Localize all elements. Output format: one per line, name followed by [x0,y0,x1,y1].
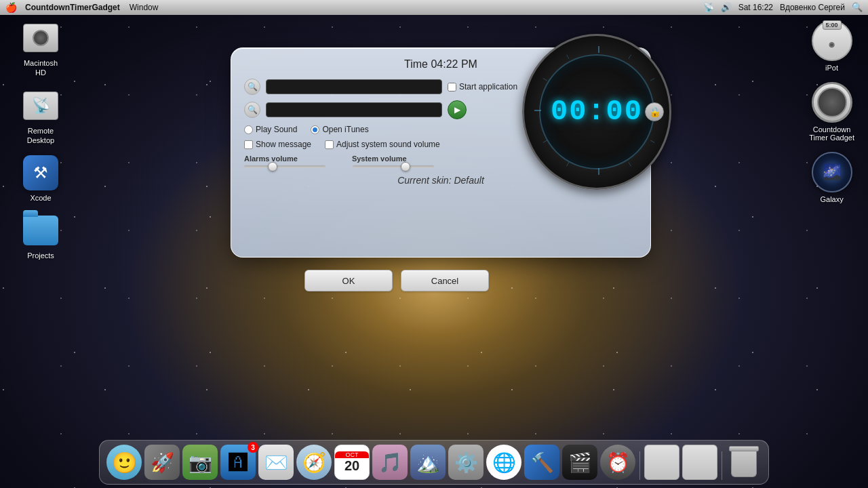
xcode-icon[interactable]: ⚒ Xcode [14,155,68,203]
dock-item-dvd[interactable]: 🎬 [562,445,597,480]
dock-item-calendar[interactable]: OCT 20 [334,445,370,480]
alarms-slider[interactable] [244,165,326,168]
show-message-item: Show message [244,140,311,149]
dock-item-rocket[interactable]: 🚀 [144,445,180,480]
menubar-right: 📡 🔊 Sat 16:22 Вдовенко Сергей 🔍 [703,2,863,12]
galaxy-widget[interactable]: 🌌 Galaxy [809,152,854,203]
dock-item-time-machine[interactable]: ⏰ [600,445,635,480]
dock-item-safari[interactable]: 🧭 [296,445,332,480]
input-row-2: 🔍 ▶ [244,100,637,119]
remote-desktop-icon[interactable]: 📡 RemoteDesktop [14,88,68,146]
system-prefs-icon: ⚙️ [454,451,478,474]
cancel-button[interactable]: Cancel [401,270,489,291]
start-app-label: Start application [459,82,517,92]
dock-item-appstore[interactable]: 🅰 3 [220,445,256,480]
menubar-user: Вдовенко Сергей [780,3,845,12]
svg-line-2 [650,79,654,81]
menubar-time: Sat 16:22 [738,3,773,12]
radio-group: Play Sound Open iTunes [244,125,637,134]
galaxy-inner: 🌌 [823,163,841,181]
desktop-icons-left: MacintoshHD 📡 RemoteDesktop ⚒ Xcode Proj… [14,20,68,261]
ok-button[interactable]: OK [304,270,393,291]
volume-icon: 🔊 [721,2,732,12]
macintosh-hd-icon[interactable]: MacintoshHD [14,20,68,78]
open-itunes-radio[interactable] [311,125,319,134]
ipot-graphic: 5:00 ◉ [812,20,852,61]
ipot-widget[interactable]: 5:00 ◉ iPot [809,20,854,72]
time-display: Time 04:22 PM [244,58,637,70]
settings-dialog: 00:00 🔒 Time 04:22 PM 🔍 Start applicatio… [231,47,651,258]
search-icon-btn-1[interactable]: 🔍 [244,79,260,95]
rocket-icon: 🚀 [151,451,174,474]
dock-item-system-prefs[interactable]: ⚙️ [448,445,484,480]
appstore-icon: 🅰 [229,451,248,474]
countdown-widget-icon[interactable]: CountdownTimer Gadget [809,82,854,142]
xcode-graphic: ⚒ [23,155,58,190]
input-field-1[interactable] [266,79,442,94]
mail-icon: ✉️ [264,451,288,474]
dock-item-chrome[interactable]: 🌐 [486,445,521,480]
search-icon[interactable]: 🔍 [852,2,863,12]
show-message-checkbox[interactable] [244,140,253,149]
adjust-volume-item: Adjust system sound volume [325,140,440,149]
folder-graphic [23,216,58,245]
input-row-1: 🔍 Start application [244,79,637,95]
dock-item-xcode[interactable]: 🔨 [524,445,559,480]
remote-desktop-label: RemoteDesktop [27,126,54,146]
dock: 🙂 🚀 📷 🅰 3 ✉️ 🧭 OCT 20 🎵 [99,440,769,485]
open-itunes-radio-label[interactable]: Open iTunes [311,125,368,134]
alarms-slider-container [244,165,326,168]
dock-item-itunes[interactable]: 🎵 [372,445,408,480]
trash-graphic [730,446,758,479]
svg-line-4 [650,140,654,143]
dialog-buttons: OK Cancel [264,270,529,291]
dock-item-blank1[interactable] [644,445,679,480]
galaxy-graphic: 🌌 [812,152,852,192]
dock-item-iphoto[interactable]: 🏔️ [410,445,446,480]
play-sound-radio[interactable] [244,125,253,134]
search-icon-btn-2[interactable]: 🔍 [244,102,260,118]
app-name-menu[interactable]: CountdownTimerGadget [25,3,120,12]
play-sound-radio-label[interactable]: Play Sound [244,125,297,134]
play-sound-label: Play Sound [256,125,297,134]
dvd-icon: 🎬 [568,451,592,474]
xcode-dock-icon: 🔨 [530,451,554,474]
desktop: 🍎 CountdownTimerGadget Window 📡 🔊 Sat 16… [0,0,868,488]
menubar: 🍎 CountdownTimerGadget Window 📡 🔊 Sat 16… [0,0,868,15]
volume-labels: Alarms volume System volume [244,155,637,163]
alarms-slider-thumb[interactable] [268,162,277,171]
checkbox-row: Show message Adjust system sound volume [244,140,637,149]
dock-item-finder[interactable]: 🙂 [106,445,142,480]
open-itunes-label: Open iTunes [322,125,368,134]
appstore-badge: 3 [248,442,258,453]
adjust-volume-checkbox[interactable] [325,140,334,149]
system-volume-label: System volume [352,155,407,163]
dock-item-image-capture[interactable]: 📷 [182,445,218,480]
start-app-checkbox-row: Start application [448,82,517,92]
img-capture-icon: 📷 [189,451,212,474]
sliders-row [244,165,637,168]
system-slider-thumb[interactable] [401,162,410,171]
window-menu[interactable]: Window [130,3,159,12]
start-app-checkbox[interactable] [448,83,456,92]
finder-icon: 🙂 [112,451,137,474]
itunes-icon: 🎵 [378,451,402,474]
play-button[interactable]: ▶ [448,100,467,119]
input-field-2[interactable] [266,102,442,117]
dock-item-mail[interactable]: ✉️ [258,445,294,480]
system-slider[interactable] [353,165,434,168]
adjust-volume-label: Adjust system sound volume [336,140,440,149]
ipot-label: iPot [825,64,838,72]
volume-section: Alarms volume System volume [244,155,637,168]
countdown-graphic [812,82,852,123]
dock-item-trash[interactable] [726,445,762,480]
remote-graphic: 📡 [23,92,58,120]
projects-folder-icon[interactable]: Projects [14,213,68,260]
xcode-label: Xcode [30,193,51,203]
trash-lid [729,446,759,451]
apple-menu[interactable]: 🍎 [5,2,17,13]
ipot-inner: ◉ [829,41,835,48]
dock-item-blank2[interactable] [682,445,717,480]
time-machine-icon: ⏰ [606,451,630,474]
macintosh-hd-label: MacintoshHD [24,58,58,78]
